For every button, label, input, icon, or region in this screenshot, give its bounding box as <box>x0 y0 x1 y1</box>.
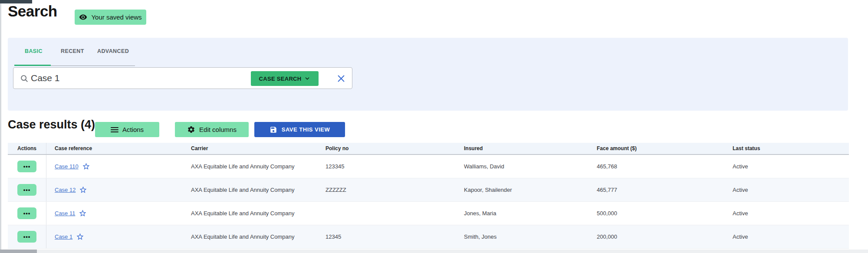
search-page: Search Your saved views BASIC RECENT ADV… <box>0 0 868 253</box>
last-status-cell: Active <box>724 202 849 225</box>
table-row: ••• Case 1 AXA Equitable Life and Annuit… <box>8 225 849 249</box>
horizontal-scrollbar[interactable] <box>0 250 868 253</box>
actions-label: Actions <box>122 126 144 133</box>
row-actions-cell: ••• <box>8 202 46 225</box>
chevron-down-icon <box>304 76 310 82</box>
face-amount-cell: 500,000 <box>589 202 724 225</box>
case-link[interactable]: Case 110 <box>55 163 79 170</box>
case-link[interactable]: Case 1 <box>55 233 72 240</box>
saved-views-button[interactable]: Your saved views <box>75 10 146 25</box>
actions-button[interactable]: Actions <box>95 122 159 137</box>
save-this-view-label: SAVE THIS VIEW <box>282 126 330 133</box>
clear-search-button[interactable] <box>336 73 348 84</box>
policy-no-cell <box>317 202 456 225</box>
tab-basic[interactable]: BASIC <box>25 48 43 54</box>
row-menu-button[interactable]: ••• <box>17 231 36 243</box>
row-menu-button[interactable]: ••• <box>17 161 36 172</box>
search-box: CASE SEARCH <box>13 67 352 89</box>
column-header-policy-no: Policy no <box>317 143 456 154</box>
table-row: ••• Case 12 AXA Equitable Life and Annui… <box>8 178 849 202</box>
case-reference-cell: Case 110 <box>46 155 183 178</box>
search-panel: BASIC RECENT ADVANCED CASE SEARCH <box>8 38 848 111</box>
close-x-icon <box>336 74 348 83</box>
column-header-insured: Insured <box>456 143 589 154</box>
save-this-view-button[interactable]: SAVE THIS VIEW <box>254 122 345 137</box>
column-header-actions: Actions <box>8 143 46 154</box>
row-actions-cell: ••• <box>8 155 46 178</box>
last-status-cell: Active <box>724 155 849 178</box>
last-status-cell: Active <box>724 178 849 201</box>
row-actions-cell: ••• <box>8 225 46 248</box>
policy-no-cell: ZZZZZZ <box>317 178 456 201</box>
column-header-carrier: Carrier <box>183 143 317 154</box>
tab-advanced[interactable]: ADVANCED <box>97 48 129 54</box>
case-results-table: Actions Case reference Carrier Policy no… <box>8 143 849 249</box>
row-menu-button[interactable]: ••• <box>17 207 36 219</box>
policy-no-cell: 12345 <box>317 225 456 248</box>
policy-no-cell: 123345 <box>317 155 456 178</box>
star-outline-icon[interactable] <box>79 209 87 217</box>
carrier-cell: AXA Equitable Life and Annuity Company <box>183 178 317 201</box>
star-outline-icon[interactable] <box>79 186 87 194</box>
case-link[interactable]: Case 11 <box>55 210 75 217</box>
floppy-disk-icon <box>270 126 277 134</box>
table-row: ••• Case 11 AXA Equitable Life and Annui… <box>8 202 849 225</box>
carrier-cell: AXA Equitable Life and Annuity Company <box>183 225 317 248</box>
edit-columns-label: Edit columns <box>199 126 237 133</box>
horizontal-scrollbar-thumb[interactable] <box>0 250 37 253</box>
magnifier-icon <box>20 74 29 83</box>
tab-recent[interactable]: RECENT <box>61 48 84 54</box>
carrier-cell: AXA Equitable Life and Annuity Company <box>183 202 317 225</box>
table-row: ••• Case 110 AXA Equitable Life and Annu… <box>8 155 849 178</box>
case-reference-cell: Case 12 <box>46 178 183 201</box>
face-amount-cell: 465,777 <box>589 178 724 201</box>
case-reference-cell: Case 11 <box>46 202 183 225</box>
insured-cell: Kapoor, Shailender <box>456 178 589 201</box>
star-outline-icon[interactable] <box>82 162 90 171</box>
face-amount-cell: 200,000 <box>589 225 724 248</box>
case-link[interactable]: Case 12 <box>55 187 76 193</box>
face-amount-cell: 465,768 <box>589 155 724 178</box>
insured-cell: Walliams, David <box>456 155 589 178</box>
column-header-case-reference: Case reference <box>46 143 183 154</box>
left-edge-divider <box>0 3 1 253</box>
results-heading: Case results (4) <box>8 118 95 131</box>
case-search-dropdown-button[interactable]: CASE SEARCH <box>251 71 319 86</box>
column-header-last-status: Last status <box>724 143 849 154</box>
row-menu-button[interactable]: ••• <box>17 184 36 196</box>
insured-cell: Jones, Maria <box>456 202 589 225</box>
edit-columns-button[interactable]: Edit columns <box>175 122 249 137</box>
table-header-row: Actions Case reference Carrier Policy no… <box>8 143 849 155</box>
insured-cell: Smith, Jones <box>456 225 589 248</box>
page-title: Search <box>8 3 57 20</box>
search-input[interactable] <box>31 68 248 88</box>
eye-icon <box>79 13 87 21</box>
star-outline-icon[interactable] <box>76 233 84 241</box>
row-actions-cell: ••• <box>8 178 46 201</box>
saved-views-label: Your saved views <box>91 13 141 21</box>
carrier-cell: AXA Equitable Life and Annuity Company <box>183 155 317 178</box>
column-header-face-amount: Face amount ($) <box>589 143 724 154</box>
hamburger-icon <box>111 126 118 133</box>
case-search-label: CASE SEARCH <box>259 76 302 82</box>
last-status-cell: Active <box>724 225 849 248</box>
case-reference-cell: Case 1 <box>46 225 183 248</box>
gear-icon <box>187 125 195 134</box>
active-tab-underline <box>14 65 51 66</box>
